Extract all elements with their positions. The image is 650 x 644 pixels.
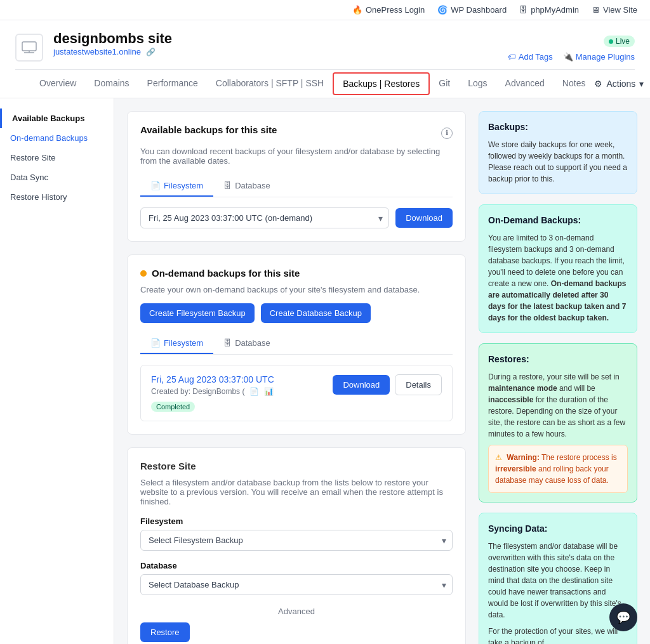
phpmyadmin-link[interactable]: 🗄 phpMyAdmin: [519, 5, 579, 15]
on-demand-title: On-demand backups for this site: [152, 268, 300, 279]
filesystem-label: Filesystem: [140, 516, 453, 526]
live-label: Live: [616, 37, 630, 46]
create-database-backup-button[interactable]: Create Database Backup: [261, 303, 371, 323]
external-link-icon[interactable]: 🔗: [146, 48, 156, 56]
chevron-down-icon: ▾: [639, 79, 644, 89]
warning-icon: ⚠: [495, 453, 502, 462]
sidebar-item-on-demand-backups[interactable]: On-demand Backups: [0, 128, 114, 148]
gear-icon: ⚙: [594, 79, 602, 89]
onepress-login-link[interactable]: 🔥 OnePress Login: [352, 5, 425, 15]
on-demand-backups-card: On-demand backups for this site Create y…: [127, 254, 466, 435]
subtab-database-ondemand[interactable]: 🗄 Database: [213, 333, 281, 354]
view-site-label: View Site: [603, 5, 637, 15]
on-demand-info-title: On-Demand Backups:: [488, 214, 628, 227]
create-filesystem-backup-button[interactable]: Create Filesystem Backup: [140, 303, 255, 323]
restore-button[interactable]: Restore: [140, 622, 190, 642]
advanced-link[interactable]: Advanced: [140, 600, 453, 622]
manage-plugins-link[interactable]: 🔌 Manage Plugins: [563, 52, 635, 62]
backup-dropdown-row: Fri, 25 Aug 2023 03:37:00 UTC (on-demand…: [140, 207, 453, 228]
on-demand-btn-row: Create Filesystem Backup Create Database…: [140, 303, 453, 323]
database-dropdown-wrapper: Select Database Backup ▾: [140, 574, 453, 595]
warning-text: The restore process is: [541, 453, 617, 462]
tab-git[interactable]: Git: [430, 70, 459, 97]
chat-bubble[interactable]: 💬: [609, 603, 637, 631]
restores-info-title: Restores:: [488, 353, 628, 366]
add-tags-link[interactable]: 🏷 Add Tags: [508, 52, 553, 62]
filesystem-dropdown-wrapper: Select Filesystem Backup ▾: [140, 530, 453, 551]
tab-backups-restores[interactable]: Backups | Restores: [333, 72, 430, 95]
wp-icon: 🌀: [437, 5, 448, 15]
file-icon: 📄: [150, 181, 161, 190]
live-dot: [609, 39, 613, 44]
site-icon: [15, 34, 43, 62]
phpmyadmin-label: phpMyAdmin: [531, 5, 579, 15]
restores-info-text: During a restore, your site will be set …: [488, 371, 628, 440]
subtab-database-available[interactable]: 🗄 Database: [213, 176, 281, 197]
backup-actions: Download Details: [333, 374, 442, 395]
on-demand-info-card: On-Demand Backups: You are limited to 3 …: [479, 204, 637, 333]
backup-entry: Fri, 25 Aug 2023 03:37:00 UTC Created by…: [140, 365, 453, 421]
backups-info-title: Backups:: [488, 121, 628, 134]
warning-card: ⚠ Warning: The restore process is irreve…: [488, 445, 628, 493]
subtab-filesystem-available[interactable]: 📄 Filesystem: [140, 176, 213, 197]
svg-rect-0: [22, 42, 36, 51]
backup-date-dropdown-wrapper: Fri, 25 Aug 2023 03:37:00 UTC (on-demand…: [140, 207, 389, 228]
on-demand-desc: Create your own on-demand backups of you…: [140, 285, 453, 294]
restore-site-desc: Select a filesystem and/or database back…: [140, 478, 453, 506]
tab-overview[interactable]: Overview: [30, 70, 85, 97]
tab-domains[interactable]: Domains: [85, 70, 138, 97]
db-icon-2: 🗄: [223, 338, 232, 348]
sidebar-item-restore-history[interactable]: Restore History: [0, 187, 114, 207]
on-demand-info-text: You are limited to 3 on-demand filesyste…: [488, 232, 628, 324]
on-demand-subtabs: 📄 Filesystem 🗄 Database: [140, 333, 453, 355]
sidebar-item-data-sync[interactable]: Data Sync: [0, 168, 114, 187]
backup-date: Fri, 25 Aug 2023 03:37:00 UTC: [151, 374, 274, 384]
site-url-link[interactable]: justatestwebsite1.online: [53, 47, 141, 56]
plugin-icon: 🔌: [563, 52, 573, 62]
view-site-link[interactable]: 🖥 View Site: [592, 5, 637, 15]
warning-prefix: Warning:: [507, 453, 540, 462]
actions-menu[interactable]: ⚙ Actions ▾: [594, 79, 644, 89]
sidebar-item-restore-site[interactable]: Restore Site: [0, 148, 114, 168]
top-bar: 🔥 OnePress Login 🌀 WP Dashboard 🗄 phpMyA…: [0, 0, 650, 20]
content-area: Available backups for this site ℹ You ca…: [114, 98, 650, 644]
download-button-ondemand[interactable]: Download: [333, 375, 390, 395]
info-icon-available[interactable]: ℹ: [441, 128, 453, 139]
on-demand-header: On-demand backups for this site: [140, 268, 453, 279]
restores-info-card: Restores: During a restore, your site wi…: [479, 343, 637, 503]
backup-date-dropdown[interactable]: Fri, 25 Aug 2023 03:37:00 UTC (on-demand…: [140, 207, 389, 228]
restore-site-card: Restore Site Select a filesystem and/or …: [127, 447, 466, 644]
database-backup-dropdown[interactable]: Select Database Backup: [140, 574, 453, 595]
nav-tabs: Overview Domains Performance Collaborato…: [15, 69, 635, 98]
tab-notes[interactable]: Notes: [554, 70, 595, 97]
wp-dashboard-link[interactable]: 🌀 WP Dashboard: [437, 5, 507, 15]
available-backups-desc: You can download recent backups of your …: [140, 147, 453, 166]
syncing-info-title: Syncing Data:: [488, 522, 628, 536]
live-status-badge: Live: [604, 36, 635, 47]
wp-dashboard-label: WP Dashboard: [451, 5, 507, 15]
on-demand-dot: [140, 270, 147, 277]
available-backups-subtabs: 📄 Filesystem 🗄 Database: [140, 176, 453, 197]
tab-performance[interactable]: Performance: [138, 70, 207, 97]
available-backups-title: Available backups for this site: [140, 124, 277, 135]
backup-meta: Created by: DesignBombs ( 📄 📊: [151, 387, 274, 396]
tab-collaborators[interactable]: Collaborators | SFTP | SSH: [207, 70, 333, 97]
backups-info-text: We store daily backups for one week, fol…: [488, 139, 628, 185]
content-main: Available backups for this site ℹ You ca…: [127, 111, 466, 644]
file-icon-2: 📄: [150, 338, 161, 348]
db-icon-small: 🗄: [223, 181, 232, 190]
filesystem-backup-dropdown[interactable]: Select Filesystem Backup: [140, 530, 453, 551]
subtab-filesystem-ondemand[interactable]: 📄 Filesystem: [140, 333, 213, 354]
tab-advanced[interactable]: Advanced: [496, 70, 554, 97]
sidebar-heading: Available Backups: [0, 108, 114, 128]
db-icon: 🗄: [519, 5, 527, 15]
database-label: Database: [140, 561, 453, 570]
backups-info-card: Backups: We store daily backups for one …: [479, 111, 637, 194]
download-button-available[interactable]: Download: [395, 208, 453, 228]
fire-icon: 🔥: [352, 5, 362, 15]
backup-top-row: Fri, 25 Aug 2023 03:37:00 UTC Created by…: [151, 374, 442, 412]
backup-created-by: Created by: DesignBombs (: [151, 387, 244, 396]
tab-logs[interactable]: Logs: [459, 70, 496, 97]
details-button-ondemand[interactable]: Details: [395, 374, 442, 395]
site-title: designbombs site: [53, 30, 172, 47]
